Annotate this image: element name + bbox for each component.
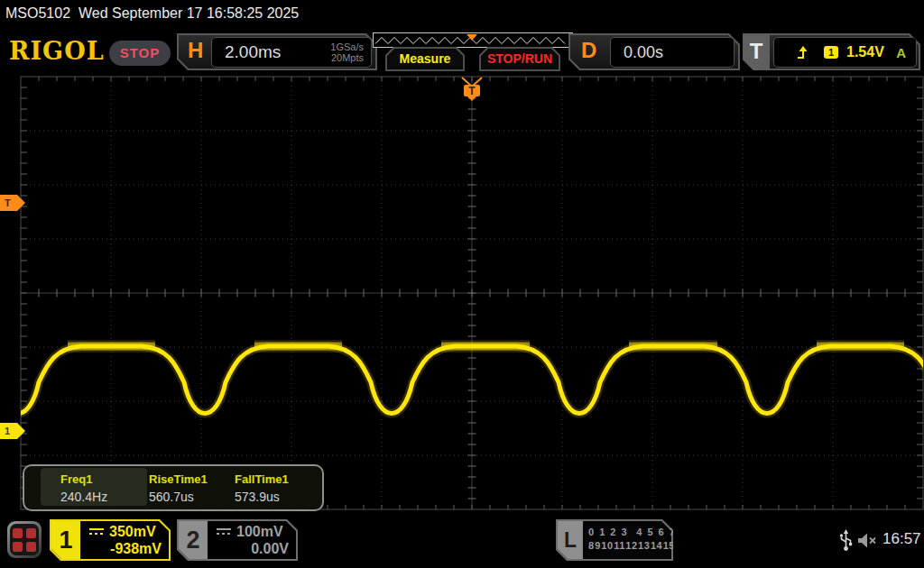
logic-analyzer-status[interactable]: L 0 1 2 3 4 5 6 7 8 9 10 11 12 13 14 15 xyxy=(556,519,673,561)
clock: 16:57 xyxy=(882,530,921,548)
digital-channels-row1: 0 1 2 3 4 5 6 7 xyxy=(588,526,676,539)
measurement-value: 573.9us xyxy=(235,490,280,504)
channel1-scale: 350mV xyxy=(109,524,156,540)
measurement-name[interactable]: RiseTime1 xyxy=(149,472,208,486)
usb-icon xyxy=(838,528,854,553)
dc-coupling-icon xyxy=(217,528,231,536)
measurements-panel[interactable]: Freq1 240.4Hz RiseTime1 560.7us FallTime… xyxy=(23,464,324,511)
logic-analyzer-label[interactable]: L xyxy=(558,521,583,559)
multi-window-menu-button[interactable] xyxy=(7,521,42,558)
channel1-number[interactable]: 1 xyxy=(51,521,80,559)
channel1-status[interactable]: 1 350mV -938mV xyxy=(50,519,171,561)
measurement-name[interactable]: FallTime1 xyxy=(235,472,289,486)
channel1-values: 350mV -938mV xyxy=(82,521,171,557)
svg-text:T: T xyxy=(468,85,476,97)
channel2-status[interactable]: 2 100mV 0.00V xyxy=(177,519,298,561)
measurement-name[interactable]: Freq1 xyxy=(60,472,92,486)
digital-channel-list: 0 1 2 3 4 5 6 7 8 9 10 11 12 13 14 15 xyxy=(588,526,676,553)
measurement-value: 560.7us xyxy=(149,490,194,504)
speaker-muted-icon[interactable] xyxy=(857,532,879,549)
dc-coupling-icon xyxy=(89,528,104,536)
channel2-values: 100mV 0.00V xyxy=(209,521,298,557)
digital-channels-row2: 8 9 10 11 12 13 14 15 xyxy=(588,539,676,553)
measurement-value: 240.4Hz xyxy=(60,490,107,504)
channel2-offset: 0.00V xyxy=(209,541,298,557)
window-grid-icon xyxy=(10,524,39,555)
oscilloscope-screen: T MSO5102 Wed September 17 16:58:25 2025… xyxy=(0,0,924,568)
channel2-number[interactable]: 2 xyxy=(179,521,208,559)
channel1-offset: -938mV xyxy=(82,541,171,557)
channel2-scale: 100mV xyxy=(236,524,283,540)
